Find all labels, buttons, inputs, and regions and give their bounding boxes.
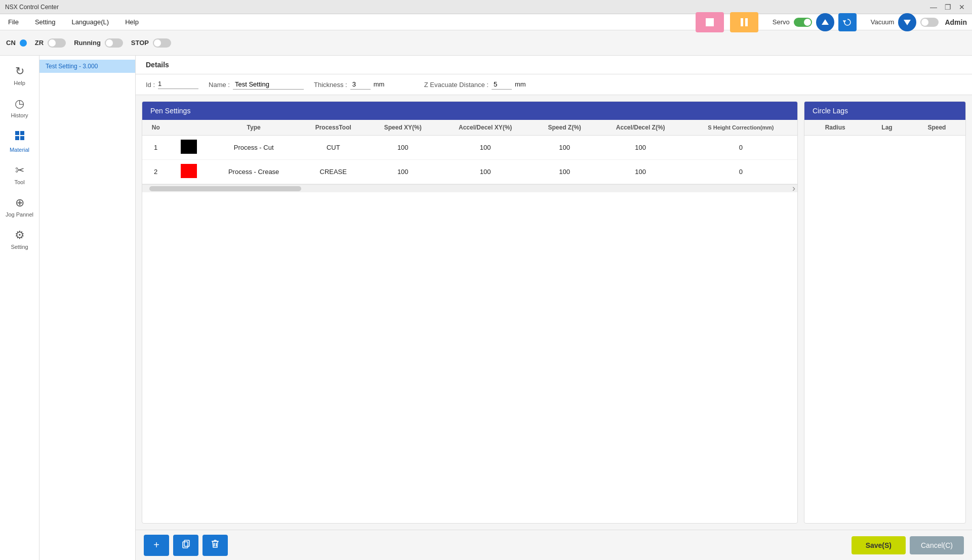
svg-rect-9 (183, 542, 188, 548)
add-button[interactable]: + (144, 535, 169, 556)
col-process-tool: ProcessTool (299, 120, 368, 136)
copy-icon (181, 539, 191, 551)
delete-button[interactable] (202, 535, 228, 556)
sidebar: ↻ Help ◷ History Material ✂ Tool ⊕ J (0, 56, 39, 560)
z-evacuate-unit: mm (515, 80, 555, 89)
sidebar-item-material[interactable]: Material (0, 124, 39, 158)
copy-button[interactable] (173, 535, 198, 556)
name-input[interactable] (233, 79, 304, 90)
stop-group: STOP (131, 38, 171, 48)
close-button[interactable]: ✕ (957, 2, 967, 12)
cancel-button[interactable]: Cancel(C) (910, 536, 964, 554)
cn-status-dot (20, 39, 27, 47)
table-row[interactable]: 1 Process - Cut CUT 100 100 100 100 0 (142, 136, 797, 160)
servo-up-btn[interactable] (816, 13, 834, 31)
svg-rect-8 (20, 136, 24, 140)
circle-lags-table: Radius Lag Speed (804, 120, 965, 136)
col-accel-xy: Accel/Decel XY(%) (438, 120, 533, 136)
circle-lags-panel: Circle Lags Radius Lag Speed (804, 101, 966, 524)
minimize-button[interactable]: — (928, 2, 939, 12)
thickness-label: Thickness : (314, 81, 347, 89)
col-s-height: S Height Correction(mm) (684, 120, 797, 136)
svg-rect-11 (214, 543, 215, 546)
cell-speed-z: 100 (533, 160, 597, 184)
horizontal-scrollbar[interactable] (149, 186, 301, 191)
zr-toggle[interactable] (48, 38, 66, 48)
vacuum-toggle[interactable] (920, 18, 939, 27)
cn-label: CN (6, 39, 16, 47)
replay-icon (843, 18, 852, 27)
col-speed-z: Speed Z(%) (533, 120, 597, 136)
servo-group: Servo (773, 13, 857, 31)
table-row[interactable]: 2 Process - Crease CREASE 100 100 100 10… (142, 160, 797, 184)
z-evacuate-label: Z Evacuate Distance : (424, 81, 489, 89)
svg-rect-0 (706, 18, 714, 26)
restore-button[interactable]: ❐ (943, 2, 953, 12)
svg-rect-7 (15, 136, 19, 140)
cell-accel-z: 100 (597, 136, 684, 160)
stop-toggle[interactable] (153, 38, 171, 48)
id-value: 1 (158, 80, 198, 89)
pen-settings-header: Pen Settings (142, 102, 797, 120)
cell-accel-xy: 100 (438, 160, 533, 184)
pen-settings-tbody: 1 Process - Cut CUT 100 100 100 100 0 2 … (142, 136, 797, 184)
add-icon: + (153, 539, 159, 551)
col-color (169, 120, 208, 136)
pen-settings-table-scroll[interactable]: No Type ProcessTool Speed XY(%) Accel/De… (142, 120, 797, 184)
cell-speed-xy: 100 (368, 160, 438, 184)
cell-speed-z: 100 (533, 136, 597, 160)
details-info: Id : 1 Name : Thickness : mm Z Evacuate … (136, 74, 972, 95)
col-radius: Radius (804, 120, 866, 136)
thickness-input[interactable] (350, 79, 371, 90)
svg-rect-12 (216, 543, 217, 546)
cell-s-height: 0 (684, 160, 797, 184)
pen-settings-panel: Pen Settings No Type ProcessTool Speed X… (142, 101, 798, 524)
menu-file[interactable]: File (5, 16, 22, 28)
help-icon: ↻ (15, 65, 24, 78)
col-accel-z: Accel/Decel Z(%) (597, 120, 684, 136)
menu-language[interactable]: Language(L) (68, 16, 112, 28)
running-toggle[interactable] (105, 38, 123, 48)
servo-action-btn[interactable] (838, 13, 857, 31)
z-evacuate-input[interactable] (492, 79, 512, 90)
action-btn-orange[interactable] (730, 12, 758, 32)
file-list-item[interactable]: Test Setting - 3.000 (39, 60, 135, 73)
action-btn-pink[interactable] (696, 12, 724, 32)
pen-settings-table: No Type ProcessTool Speed XY(%) Accel/De… (142, 120, 797, 184)
cell-no: 2 (142, 160, 169, 184)
svg-rect-5 (15, 131, 19, 135)
material-icon (14, 130, 26, 145)
sidebar-item-setting[interactable]: ⚙ Setting (0, 224, 39, 255)
table-header-row: No Type ProcessTool Speed XY(%) Accel/De… (142, 120, 797, 136)
running-label: Running (74, 39, 101, 47)
sidebar-item-history[interactable]: ◷ History (0, 92, 39, 123)
col-lag: Lag (866, 120, 908, 136)
sidebar-jog-label: Jog Pannel (6, 211, 33, 218)
admin-label: Admin (945, 18, 967, 26)
pause-icon (737, 15, 751, 29)
cell-process-tool: CREASE (299, 160, 368, 184)
svg-rect-2 (745, 18, 748, 26)
svg-marker-4 (904, 20, 911, 25)
scroll-right-btn[interactable]: › (792, 183, 795, 194)
sidebar-item-jog-pannel[interactable]: ⊕ Jog Pannel (0, 191, 39, 223)
bottom-bar: + (136, 530, 972, 560)
running-group: Running (74, 38, 123, 48)
menubar: File Setting Language(L) Help Servo (0, 14, 972, 30)
servo-toggle[interactable] (794, 18, 812, 27)
menu-help[interactable]: Help (122, 16, 142, 28)
name-label: Name : (209, 81, 230, 89)
cell-s-height: 0 (684, 136, 797, 160)
zr-group: ZR (35, 38, 66, 48)
menu-setting[interactable]: Setting (32, 16, 58, 28)
stop-icon (703, 15, 717, 29)
col-no: No (142, 120, 169, 136)
sidebar-item-help[interactable]: ↻ Help (0, 60, 39, 91)
name-info: Name : (209, 79, 304, 90)
circle-lags-header: Circle Lags (804, 102, 965, 120)
save-button[interactable]: Save(S) (852, 536, 906, 554)
thickness-unit: mm (374, 80, 414, 89)
sidebar-item-tool[interactable]: ✂ Tool (0, 159, 39, 190)
vacuum-group: Vacuum (871, 13, 939, 31)
vacuum-down-btn[interactable] (898, 13, 916, 31)
